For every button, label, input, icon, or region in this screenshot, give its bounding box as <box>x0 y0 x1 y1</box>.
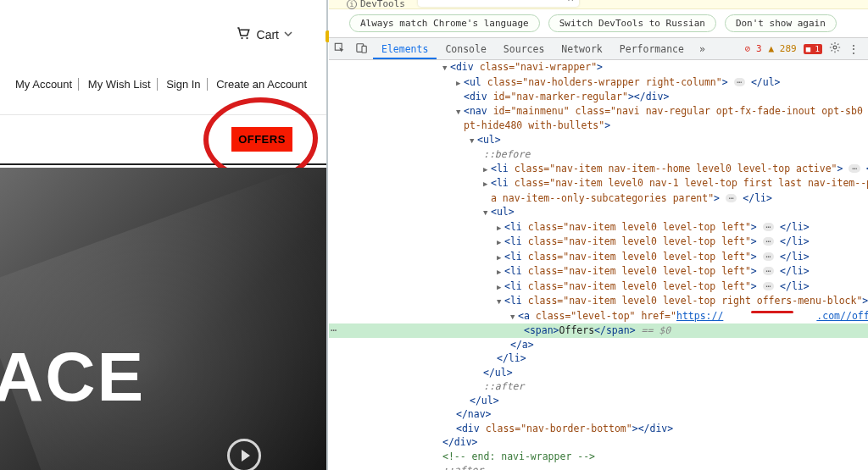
devtools-tabs: Elements Console Sources Network Perform… <box>373 38 693 59</box>
close-icon[interactable]: × <box>567 0 574 4</box>
chevron-down-icon <box>284 29 292 41</box>
devtools-title: iDevTools <box>347 0 405 9</box>
tab-elements[interactable]: Elements <box>373 38 437 59</box>
gear-icon[interactable] <box>829 41 841 56</box>
more-tabs-icon[interactable]: » <box>693 38 712 60</box>
tab-sources[interactable]: Sources <box>495 38 553 59</box>
hero-banner: ACE <box>0 168 326 470</box>
info-icon: i <box>347 0 357 9</box>
hero-text: ACE <box>0 337 145 417</box>
error-badge[interactable]: ⊘ 3 <box>745 43 762 54</box>
devtools-floating-tab[interactable]: × <box>418 0 579 7</box>
language-pill-row: Always match Chrome's language Switch De… <box>349 14 837 32</box>
pill-match-language[interactable]: Always match Chrome's language <box>349 14 540 32</box>
create-account-link[interactable]: Create an Account <box>210 78 313 91</box>
svg-point-1 <box>246 37 248 39</box>
elements-dom-tree[interactable]: ▼<div class="navi-wrapper"> ▶<ul class="… <box>329 60 868 470</box>
pill-switch-russian[interactable]: Switch DevTools to Russian <box>548 14 716 32</box>
kebab-icon[interactable]: ⋮ <box>848 42 860 56</box>
annotation-underline <box>751 311 793 313</box>
cart-icon <box>235 25 252 43</box>
tab-console[interactable]: Console <box>437 38 494 59</box>
tab-network[interactable]: Network <box>553 38 610 59</box>
account-links-row: My Account My Wish List Sign In Create a… <box>15 78 313 91</box>
offers-button[interactable]: OFFERS <box>231 127 292 152</box>
sign-in-link[interactable]: Sign In <box>160 78 207 91</box>
svg-rect-4 <box>362 46 366 53</box>
website-pane: Cart My Account My Wish List Sign In Cre… <box>0 0 326 470</box>
cart-label: Cart <box>257 28 279 41</box>
warning-badge[interactable]: ▲ 289 <box>769 43 797 54</box>
devtools-pane: iDevTools × Always match Chrome's langua… <box>329 0 868 470</box>
device-toggle-icon[interactable] <box>351 41 373 57</box>
my-account-link[interactable]: My Account <box>15 78 79 91</box>
info-badge[interactable]: ■ 1 <box>804 44 822 54</box>
tab-performance[interactable]: Performance <box>611 38 693 59</box>
devtools-infobar <box>329 0 868 9</box>
inspect-icon[interactable] <box>329 41 351 57</box>
play-button[interactable] <box>227 439 261 470</box>
cart-link[interactable]: Cart <box>235 25 292 43</box>
svg-point-0 <box>241 37 242 39</box>
pane-divider[interactable] <box>326 0 328 470</box>
devtools-badges: ⊘ 3 ▲ 289 ■ 1 ⋮ <box>745 41 868 56</box>
ellipsis-icon[interactable]: ⋯ <box>331 323 337 338</box>
svg-point-5 <box>833 46 837 49</box>
pill-dont-show[interactable]: Don't show again <box>725 14 837 32</box>
devtools-toolbar: Elements Console Sources Network Perform… <box>329 37 868 60</box>
wishlist-link[interactable]: My Wish List <box>82 78 158 91</box>
